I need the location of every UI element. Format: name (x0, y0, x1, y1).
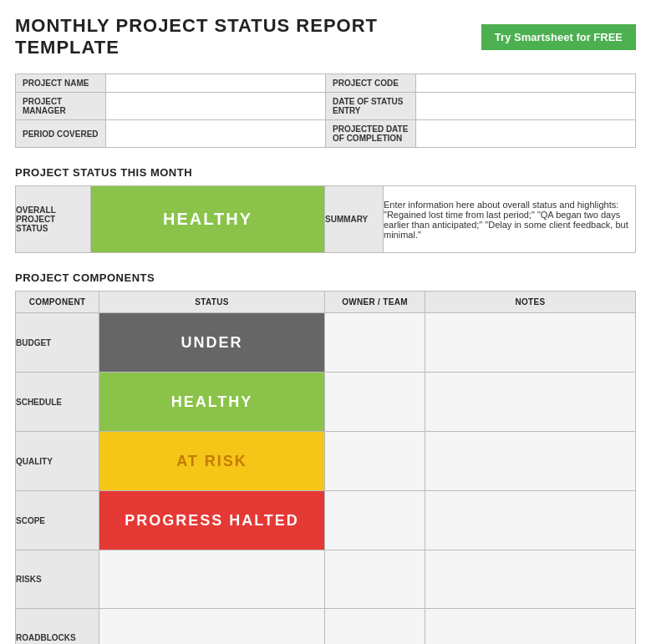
summary-text[interactable]: Enter information here about overall sta… (384, 186, 636, 253)
component-owner[interactable] (325, 373, 425, 432)
table-row: QUALITYAT RISK (16, 432, 636, 491)
component-owner[interactable] (325, 432, 425, 491)
table-row: BUDGETUNDER (16, 313, 636, 373)
col-header-owner: OWNER / TEAM (325, 292, 425, 313)
component-status-value: UNDER (99, 313, 324, 372)
component-notes[interactable] (425, 432, 636, 491)
summary-label: SUMMARY (325, 186, 384, 253)
component-status-cell[interactable]: AT RISK (99, 432, 325, 491)
project-manager-label: PROJECTMANAGER (16, 93, 106, 120)
page-title: MONTHLY PROJECT STATUS REPORT TEMPLATE (15, 15, 481, 58)
project-code-value[interactable] (415, 74, 635, 93)
component-notes[interactable] (425, 373, 636, 432)
project-name-value[interactable] (105, 74, 325, 93)
overall-status-indicator-cell: HEALTHY (91, 186, 325, 253)
component-label: BUDGET (16, 313, 99, 373)
component-notes[interactable] (425, 313, 636, 373)
col-header-notes: NOTES (425, 292, 636, 313)
components-section-title: PROJECT COMPONENTS (15, 271, 636, 284)
component-notes[interactable] (425, 609, 636, 645)
component-status-value: PROGRESS HALTED (99, 491, 324, 550)
component-status-cell[interactable]: HEALTHY (99, 373, 325, 432)
table-row: SCHEDULEHEALTHY (16, 373, 636, 432)
project-code-label: PROJECT CODE (325, 74, 415, 93)
project-name-label: PROJECT NAME (16, 74, 106, 93)
component-owner[interactable] (325, 609, 425, 645)
date-status-value[interactable] (415, 93, 635, 120)
component-status-cell[interactable]: UNDER (99, 313, 325, 373)
projected-completion-label: PROJECTED DATEOF COMPLETION (325, 120, 415, 148)
component-notes[interactable] (425, 491, 636, 550)
col-header-status: STATUS (99, 292, 325, 313)
projected-completion-value[interactable] (415, 120, 635, 148)
component-owner[interactable] (325, 550, 425, 609)
date-status-label: DATE OF STATUSENTRY (325, 93, 415, 120)
component-owner[interactable] (325, 491, 425, 550)
component-label: RISKS (16, 550, 99, 609)
table-row: ROADBLOCKS (16, 609, 636, 645)
smartsheet-cta-button[interactable]: Try Smartsheet for FREE (481, 24, 636, 50)
col-header-component: COMPONENT (16, 292, 99, 313)
component-label: SCOPE (16, 491, 99, 550)
project-manager-value[interactable] (105, 93, 325, 120)
table-row: SCOPEPROGRESS HALTED (16, 491, 636, 550)
period-covered-value[interactable] (105, 120, 325, 148)
component-status-cell[interactable] (99, 609, 325, 645)
project-info-table: PROJECT NAME PROJECT CODE PROJECTMANAGER… (15, 74, 636, 148)
component-owner[interactable] (325, 313, 425, 373)
overall-status-value: HEALTHY (91, 186, 324, 252)
component-status-cell[interactable]: PROGRESS HALTED (99, 491, 325, 550)
page-header: MONTHLY PROJECT STATUS REPORT TEMPLATE T… (15, 15, 636, 58)
table-row: RISKS (16, 550, 636, 609)
components-table: COMPONENT STATUS OWNER / TEAM NOTES BUDG… (15, 291, 636, 644)
component-label: ROADBLOCKS (16, 609, 99, 645)
component-label: QUALITY (16, 432, 99, 491)
period-covered-label: PERIOD COVERED (16, 120, 106, 148)
status-section-title: PROJECT STATUS THIS MONTH (15, 166, 636, 179)
component-label: SCHEDULE (16, 373, 99, 432)
overall-status-label: OVERALLPROJECTSTATUS (16, 186, 91, 253)
component-status-value: AT RISK (99, 432, 324, 490)
project-status-table: OVERALLPROJECTSTATUS HEALTHY SUMMARY Ent… (15, 185, 636, 253)
component-notes[interactable] (425, 550, 636, 609)
component-status-value: HEALTHY (99, 373, 324, 431)
component-status-cell[interactable] (99, 550, 325, 609)
